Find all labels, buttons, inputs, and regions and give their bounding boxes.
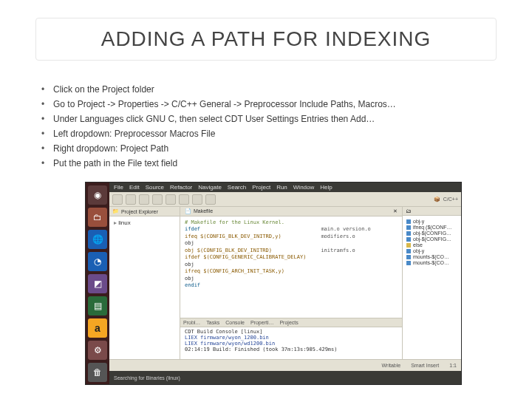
status-insert: Smart Insert <box>411 363 439 368</box>
perspective-switcher[interactable]: 📦C/C++ <box>434 197 458 202</box>
work-area: 📁Project Explorer linux 📄Makefile ✕ # Ma… <box>109 207 461 359</box>
eclipse-icon[interactable]: ◔ <box>88 252 107 271</box>
menu-project[interactable]: Project <box>252 184 270 191</box>
tab-properties[interactable]: Properti… <box>250 320 274 325</box>
editor-line: ifdef $(CONFIG_GENERIC_CALIBRATE_DELAY) <box>185 254 306 261</box>
outline-pane: 🗂 obj-y ifneq ($(CONF… obj-$(CONFIG… obj… <box>402 207 461 359</box>
trash-icon[interactable]: 🗑 <box>88 363 107 382</box>
outline-item[interactable]: ifneq ($(CONF… <box>406 225 457 230</box>
bullet-item: Left dropdown: Preprocessor Macros File <box>41 127 497 140</box>
toolbar-button[interactable] <box>192 194 202 205</box>
tab-projects[interactable]: Projects <box>279 320 298 325</box>
editor-line: ifdef <box>185 226 306 233</box>
toolbar-button[interactable] <box>205 194 216 205</box>
editor-line: ifeq $(CONFIG_BLK_DEV_INITRD,y) <box>185 233 306 240</box>
status-pos: 1:1 <box>449 363 457 368</box>
menu-source[interactable]: Source <box>146 184 164 191</box>
editor-pane: 📄Makefile ✕ # Makefile for the Linux Ker… <box>180 207 402 359</box>
eclipse-window: File Edit Source Refactor Navigate Searc… <box>109 183 461 371</box>
amazon-glyph: a <box>95 322 100 334</box>
bullet-item: Click on the Project folder <box>41 83 497 96</box>
app-icon[interactable]: ◩ <box>88 274 107 293</box>
toolbar-button[interactable] <box>166 194 176 205</box>
files-icon[interactable]: 🗀 <box>88 208 107 227</box>
console-line: LIEX firmware/wyon/wd1200.bin <box>185 341 398 347</box>
menu-refactor[interactable]: Refactor <box>170 184 192 191</box>
amazon-icon[interactable]: a <box>88 318 107 338</box>
outline-item[interactable]: else <box>406 242 457 248</box>
toolbar: 📦C/C++ <box>109 192 461 207</box>
tab-console[interactable]: Console <box>225 320 245 325</box>
menu-edit[interactable]: Edit <box>129 184 140 191</box>
toolbar-button[interactable] <box>139 194 149 205</box>
console-title: CDT Build Console [linux] <box>185 329 398 335</box>
status-writable: Writable <box>382 363 401 368</box>
console-tabs: Probl… Tasks Console Properti… Projects <box>180 318 402 327</box>
editor-line: modifiers.o <box>321 233 370 240</box>
ubuntu-status-bar: Searching for Binaries (linux) <box>109 371 461 384</box>
bullet-item: Under Languages click GNU C, then select… <box>41 112 497 126</box>
outline-item[interactable]: obj-y <box>406 219 457 224</box>
console-summary: 02:14:19 Build: Finished (took 37m:13s:9… <box>185 347 398 352</box>
console-pane: Probl… Tasks Console Properti… Projects … <box>180 318 402 359</box>
tab-tasks[interactable]: Tasks <box>206 320 219 325</box>
editor-line: main.o version.o <box>321 226 370 233</box>
bullet-list: Click on the Project folder Go to Projec… <box>41 83 497 170</box>
ubuntu-launcher: ◉ 🗀 🌐 ◔ ◩ ▤ a ⚙ 🗑 <box>86 183 109 384</box>
menu-window[interactable]: Window <box>293 184 314 191</box>
firefox-icon[interactable]: 🌐 <box>88 230 107 249</box>
embedded-screenshot: ◉ 🗀 🌐 ◔ ◩ ▤ a ⚙ 🗑 File Edit Source Refac… <box>85 182 462 385</box>
menu-run[interactable]: Run <box>276 184 287 191</box>
menu-help[interactable]: Help <box>320 184 332 191</box>
outline-item[interactable]: obj-$(CONFIG… <box>406 231 457 236</box>
editor-line: obj $(CONFIG_BLK_DEV_INITRD) <box>185 248 306 254</box>
bullet-item: Right dropdown: Project Path <box>41 142 497 155</box>
project-node[interactable]: linux <box>114 219 175 226</box>
outline-tab[interactable]: 🗂 <box>403 207 461 216</box>
bullet-item: Put the path in the File text field <box>41 157 497 170</box>
editor-line: endif <box>185 282 306 289</box>
console-line: LIEX firmware/wyon_1200.bin <box>185 335 398 341</box>
editor-line: obj <box>185 240 306 247</box>
outline-item[interactable]: obj-$(CONFIG… <box>406 236 457 242</box>
dash-icon[interactable]: ◉ <box>88 185 107 205</box>
editor-line: ifreq $(CONFIG_ARCH_INIT_TASK,y) <box>185 268 306 275</box>
app-icon[interactable]: ▤ <box>88 296 107 316</box>
menu-search[interactable]: Search <box>228 184 246 191</box>
project-explorer-tab[interactable]: 📁Project Explorer <box>109 207 180 216</box>
perspective-label: C/C++ <box>443 197 458 202</box>
menu-file[interactable]: File <box>114 184 123 191</box>
bullet-item: Go to Project -> Properties -> C/C++ Gen… <box>41 98 497 111</box>
editor-body[interactable]: # Makefile for the Linux Kernel. ifdef i… <box>180 216 402 318</box>
outline-item[interactable]: obj-y <box>406 248 457 253</box>
project-tree[interactable]: linux <box>109 216 180 229</box>
outline-item[interactable]: mounts-$(CO… <box>406 254 457 259</box>
slide-title-box: ADDING A PATH FOR INDEXING <box>35 18 497 61</box>
toolbar-button[interactable] <box>179 194 189 205</box>
menu-navigate[interactable]: Navigate <box>198 184 222 191</box>
toolbar-button[interactable] <box>152 194 163 205</box>
project-explorer-title: Project Explorer <box>121 209 158 214</box>
editor-line: # Makefile for the Linux Kernel. <box>185 219 306 226</box>
project-explorer-pane: 📁Project Explorer linux <box>109 207 180 359</box>
outline-item[interactable]: mounts-$(CO… <box>406 260 457 265</box>
outline-list: obj-y ifneq ($(CONF… obj-$(CONFIG… obj-$… <box>403 216 461 269</box>
toolbar-button[interactable] <box>126 194 136 205</box>
editor-tab[interactable]: 📄Makefile ✕ <box>180 207 402 216</box>
console-body[interactable]: CDT Build Console [linux] LIEX firmware/… <box>180 327 402 359</box>
toolbar-button[interactable] <box>112 194 123 205</box>
ubuntu-status-text: Searching for Binaries (linux) <box>114 375 180 381</box>
editor-line: obj <box>185 276 306 282</box>
editor-line: obj <box>185 262 306 268</box>
eclipse-status-bar: Writable Smart Insert 1:1 <box>109 359 461 371</box>
tab-problems[interactable]: Probl… <box>183 320 200 325</box>
editor-tab-label: Makefile <box>194 208 213 214</box>
settings-icon[interactable]: ⚙ <box>88 341 107 360</box>
menu-bar: File Edit Source Refactor Navigate Searc… <box>109 183 461 192</box>
editor-line: initramfs.o <box>321 248 370 254</box>
slide-title: ADDING A PATH FOR INDEXING <box>48 27 484 51</box>
